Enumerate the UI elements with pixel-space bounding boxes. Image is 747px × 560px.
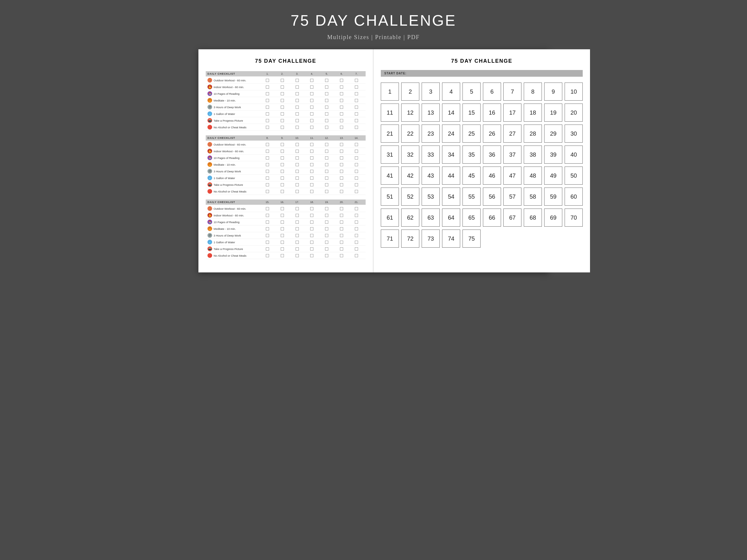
day-number-cell[interactable]: 2	[401, 83, 419, 101]
checkbox[interactable]	[295, 214, 299, 217]
checkbox[interactable]	[355, 214, 358, 217]
checkbox[interactable]	[340, 163, 343, 166]
checkbox[interactable]	[340, 99, 343, 102]
checkbox[interactable]	[325, 156, 328, 160]
day-number-cell[interactable]: 50	[565, 166, 583, 185]
day-number-cell[interactable]: 27	[504, 125, 521, 143]
day-number-cell[interactable]: 33	[422, 145, 440, 164]
checkbox[interactable]	[295, 99, 299, 102]
checkbox[interactable]	[310, 170, 313, 173]
checkbox[interactable]	[266, 143, 269, 146]
checkbox[interactable]	[266, 234, 269, 237]
day-number-cell[interactable]: 57	[504, 188, 521, 206]
checkbox[interactable]	[281, 170, 284, 173]
checkbox[interactable]	[340, 143, 343, 146]
checkbox[interactable]	[355, 99, 358, 102]
checkbox[interactable]	[281, 79, 284, 82]
checkbox[interactable]	[355, 112, 358, 115]
checkbox[interactable]	[295, 254, 299, 257]
checkbox[interactable]	[266, 150, 269, 153]
day-number-cell[interactable]: 72	[401, 230, 419, 248]
checkbox[interactable]	[295, 207, 299, 210]
checkbox[interactable]	[355, 254, 358, 257]
day-number-cell[interactable]: 61	[381, 209, 399, 226]
checkbox[interactable]	[266, 79, 269, 82]
day-number-cell[interactable]: 3	[422, 83, 440, 101]
checkbox[interactable]	[355, 119, 358, 122]
checkbox[interactable]	[310, 150, 313, 153]
checkbox[interactable]	[295, 247, 299, 250]
day-number-cell[interactable]: 44	[442, 166, 460, 185]
checkbox[interactable]	[340, 106, 343, 109]
checkbox[interactable]	[266, 241, 269, 244]
checkbox[interactable]	[325, 143, 328, 146]
checkbox[interactable]	[325, 220, 328, 224]
checkbox[interactable]	[266, 92, 269, 96]
day-number-cell[interactable]: 45	[463, 166, 481, 185]
checkbox[interactable]	[266, 112, 269, 115]
checkbox[interactable]	[325, 170, 328, 173]
checkbox[interactable]	[266, 170, 269, 173]
checkbox[interactable]	[266, 177, 269, 180]
checkbox[interactable]	[310, 112, 313, 115]
checkbox[interactable]	[281, 254, 284, 257]
day-number-cell[interactable]: 69	[544, 209, 562, 226]
checkbox[interactable]	[266, 106, 269, 109]
checkbox[interactable]	[281, 150, 284, 153]
checkbox[interactable]	[281, 183, 284, 186]
checkbox[interactable]	[310, 156, 313, 160]
checkbox[interactable]	[325, 183, 328, 186]
checkbox[interactable]	[295, 112, 299, 115]
day-number-cell[interactable]: 48	[524, 166, 542, 185]
checkbox[interactable]	[340, 190, 343, 193]
checkbox[interactable]	[325, 99, 328, 102]
checkbox[interactable]	[281, 126, 284, 129]
checkbox[interactable]	[355, 150, 358, 153]
day-number-cell[interactable]: 26	[483, 125, 501, 143]
checkbox[interactable]	[266, 190, 269, 193]
day-number-cell[interactable]: 35	[463, 145, 481, 164]
day-number-cell[interactable]: 38	[524, 145, 542, 164]
checkbox[interactable]	[355, 85, 358, 89]
day-number-cell[interactable]: 68	[524, 209, 542, 226]
checkbox[interactable]	[325, 254, 328, 257]
checkbox[interactable]	[281, 112, 284, 115]
checkbox[interactable]	[310, 214, 313, 217]
checkbox[interactable]	[325, 247, 328, 250]
checkbox[interactable]	[310, 92, 313, 96]
checkbox[interactable]	[325, 234, 328, 237]
checkbox[interactable]	[295, 143, 299, 146]
day-number-cell[interactable]: 22	[401, 125, 419, 143]
checkbox[interactable]	[325, 207, 328, 210]
checkbox[interactable]	[340, 227, 343, 231]
checkbox[interactable]	[340, 214, 343, 217]
checkbox[interactable]	[355, 234, 358, 237]
checkbox[interactable]	[325, 126, 328, 129]
checkbox[interactable]	[281, 207, 284, 210]
day-number-cell[interactable]: 55	[463, 188, 481, 206]
checkbox[interactable]	[266, 85, 269, 89]
day-number-cell[interactable]: 18	[524, 104, 542, 122]
checkbox[interactable]	[281, 234, 284, 237]
checkbox[interactable]	[281, 92, 284, 96]
checkbox[interactable]	[266, 126, 269, 129]
day-number-cell[interactable]: 24	[442, 125, 460, 143]
checkbox[interactable]	[281, 220, 284, 224]
checkbox[interactable]	[340, 119, 343, 122]
day-number-cell[interactable]: 12	[401, 104, 419, 122]
day-number-cell[interactable]: 5	[463, 83, 481, 101]
checkbox[interactable]	[325, 150, 328, 153]
checkbox[interactable]	[355, 106, 358, 109]
day-number-cell[interactable]: 58	[524, 188, 542, 206]
checkbox[interactable]	[325, 92, 328, 96]
checkbox[interactable]	[355, 126, 358, 129]
day-number-cell[interactable]: 8	[524, 83, 542, 101]
checkbox[interactable]	[310, 207, 313, 210]
checkbox[interactable]	[281, 99, 284, 102]
checkbox[interactable]	[295, 177, 299, 180]
checkbox[interactable]	[355, 247, 358, 250]
day-number-cell[interactable]: 32	[401, 145, 419, 164]
checkbox[interactable]	[355, 227, 358, 231]
checkbox[interactable]	[266, 220, 269, 224]
checkbox[interactable]	[310, 79, 313, 82]
